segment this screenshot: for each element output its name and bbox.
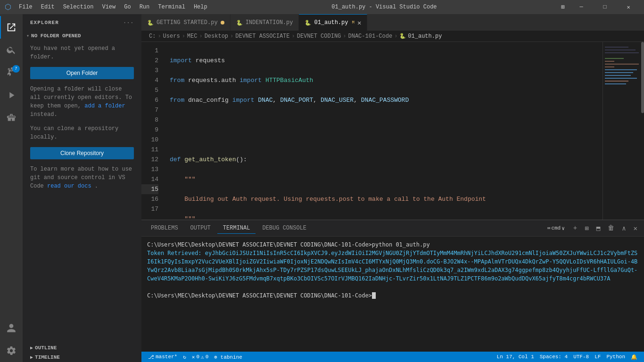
branch-name: master* [156, 354, 177, 360]
svg-rect-13 [605, 83, 626, 84]
breadcrumb-dnac-code[interactable]: DNAC-101-Code [348, 33, 393, 40]
timeline-label: TIMELINE [35, 354, 60, 360]
tab-indentation[interactable]: 🐍 INDENTATION.py [231, 14, 299, 31]
breadcrumb-c[interactable]: C: [149, 33, 156, 40]
activity-run[interactable] [0, 84, 23, 107]
terminal-tab-bar: PROBLEMS OUTPUT TERMINAL DEBUG CONSOLE ⌨… [141, 220, 644, 237]
menu-view[interactable]: View [98, 0, 119, 14]
svg-rect-11 [605, 78, 637, 79]
svg-rect-0 [603, 42, 640, 202]
activity-search[interactable] [0, 39, 23, 61]
title-menu: File Edit Selection View Go Run Terminal… [15, 0, 211, 14]
tab-terminal[interactable]: TERMINAL [217, 223, 256, 234]
line-num-12: 12 [141, 155, 158, 165]
activity-accounts[interactable] [0, 317, 23, 339]
terminal-maximize-button[interactable]: ⬒ [594, 223, 603, 233]
close-button[interactable]: ✕ [618, 0, 639, 14]
status-encoding[interactable]: UTF-8 [570, 352, 592, 362]
breadcrumb-devnet-associate[interactable]: DEVNET ASSOCIATE [235, 33, 289, 40]
menu-run[interactable]: Run [136, 0, 154, 14]
breadcrumb-sep-2: › [182, 33, 185, 40]
line-ending-text: LF [594, 354, 601, 360]
tab-problems[interactable]: PROBLEMS [145, 223, 184, 234]
code-editor[interactable]: 1 2 3 4 5 6 7 8 9 10 11 12 13 14 15 16 1 [141, 42, 603, 220]
read-docs-link[interactable]: read our docs [47, 183, 91, 189]
svg-rect-4 [605, 58, 624, 59]
sidebar-clone-desc: You can clone a repository locally. [30, 124, 134, 141]
svg-rect-5 [605, 61, 614, 62]
line-num-10: 10 [141, 135, 158, 145]
breadcrumb-sep-3: › [199, 33, 202, 40]
terminal-shell-chevron: ∨ [561, 225, 565, 231]
status-errors[interactable]: ✕ 0 ⚠ 0 [189, 352, 211, 362]
line-num-8: 8 [141, 115, 158, 125]
breadcrumb-users[interactable]: Users [163, 33, 180, 40]
sidebar-more-icon[interactable]: ··· [123, 20, 134, 25]
scroll-indicator[interactable] [640, 42, 644, 220]
menu-file[interactable]: File [15, 0, 36, 14]
status-sync[interactable]: ↻ [180, 352, 189, 362]
spaces-text: Spaces: 4 [540, 354, 568, 360]
activity-settings[interactable] [0, 339, 23, 362]
breadcrumb-mec[interactable]: MEC [187, 33, 198, 40]
breadcrumb-sep-5: › [291, 33, 295, 40]
status-line-ending[interactable]: LF [592, 352, 603, 362]
svg-rect-6 [605, 64, 639, 65]
menu-edit[interactable]: Edit [37, 0, 58, 14]
breadcrumb-desktop[interactable]: Desktop [205, 33, 228, 40]
tab-debug-console[interactable]: DEBUG CONSOLE [256, 223, 312, 234]
tab-output[interactable]: OUTPUT [185, 223, 216, 234]
no-folder-section: ▾ NO FOLDER OPENED [23, 31, 141, 41]
code-line-4 [170, 115, 603, 125]
outline-label: OUTLINE [35, 345, 57, 351]
clone-repository-button[interactable]: Clone Repository [30, 147, 134, 159]
menu-go[interactable]: Go [120, 0, 134, 14]
minimize-button[interactable]: ─ [570, 0, 592, 14]
terminal-trash-button[interactable]: 🗑 [605, 223, 617, 233]
line-num-1: 1 [141, 46, 158, 56]
tab-auth[interactable]: 🐍 01_auth.py M ✕ [299, 14, 367, 31]
status-branch[interactable]: ⎇ master* [145, 352, 180, 362]
activity-explorer[interactable] [0, 16, 23, 39]
tab-python-icon-3: 🐍 [305, 20, 311, 26]
outline-section[interactable]: ▶ OUTLINE [23, 343, 141, 353]
titlebar: ⬡ File Edit Selection View Go Run Termin… [0, 0, 644, 14]
terminal-collapse-button[interactable]: ∧ [619, 223, 628, 233]
svg-rect-8 [605, 69, 637, 70]
terminal-close-button[interactable]: ✕ [631, 223, 640, 233]
tab-getting-started[interactable]: 🐍 GETTING STARTED.py [141, 14, 231, 31]
status-language[interactable]: Python [603, 352, 628, 362]
status-tabnine[interactable]: ⊕ tabnine [211, 352, 245, 362]
terminal-shell-name: cmd [551, 225, 561, 231]
maximize-button[interactable]: □ [594, 0, 616, 14]
breadcrumb-devnet-coding[interactable]: DEVNET CODING [297, 33, 341, 40]
tab-modified-dot-1 [221, 21, 224, 25]
activity-extensions[interactable] [0, 107, 23, 129]
explorer-icon [6, 22, 17, 33]
terminal-line-1: C:\Users\MEC\Desktop\DEVNET ASSOCIATE\DE… [147, 240, 638, 249]
outline-chevron-icon: ▶ [30, 345, 33, 351]
code-content[interactable]: import requests from requests.auth impor… [162, 42, 603, 220]
status-spaces[interactable]: Spaces: 4 [537, 352, 570, 362]
add-folder-link[interactable]: add a folder [84, 103, 125, 109]
menu-help[interactable]: Help [190, 0, 211, 14]
terminal-add-button[interactable]: + [570, 223, 580, 233]
timeline-section[interactable]: ▶ TIMELINE [23, 353, 141, 362]
terminal-toolbar: ⌨ cmd ∨ + ⊞ ⬒ 🗑 ∧ ✕ [544, 223, 640, 233]
status-position[interactable]: Ln 17, Col 1 [494, 352, 537, 362]
terminal-content[interactable]: C:\Users\MEC\Desktop\DEVNET ASSOCIATE\DE… [141, 237, 644, 352]
layout-icon[interactable]: ⊞ [557, 3, 569, 11]
settings-icon [6, 346, 17, 356]
status-notifications[interactable]: 🔔 [628, 352, 640, 362]
sidebar-no-folder-desc: You have not yet opened a folder. [30, 44, 134, 61]
open-folder-button[interactable]: Open Folder [30, 67, 134, 79]
terminal-line-3: C:\Users\MEC\Desktop\DEVNET ASSOCIATE\DE… [147, 291, 638, 300]
activity-source-control[interactable]: 7 [0, 61, 23, 84]
menu-selection[interactable]: Selection [59, 0, 98, 14]
vscode-icon: ⬡ [5, 2, 11, 12]
line-num-13: 13 [141, 165, 158, 174]
scroll-thumb[interactable] [641, 42, 644, 113]
menu-terminal[interactable]: Terminal [154, 0, 189, 14]
terminal-split-button[interactable]: ⊞ [582, 223, 591, 233]
tab-auth-close[interactable]: ✕ [357, 19, 361, 27]
